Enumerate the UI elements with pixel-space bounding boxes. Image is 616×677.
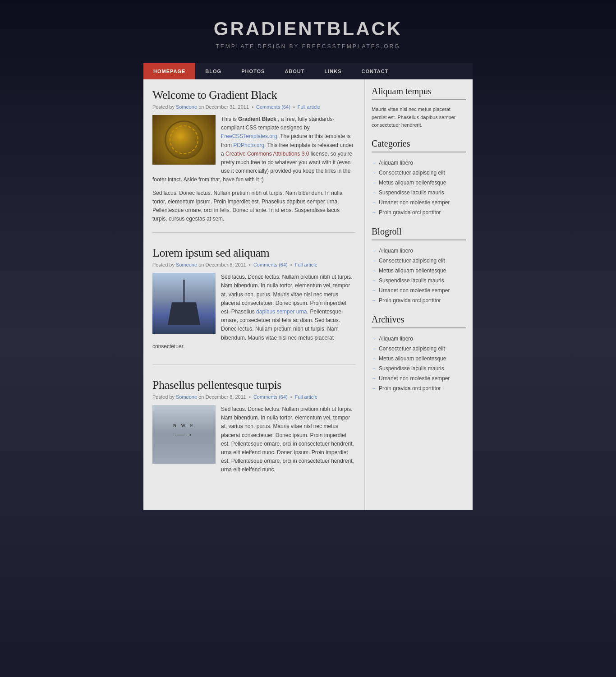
nav-item-blog[interactable]: BLOG bbox=[195, 63, 231, 79]
article-3: Phasellus pellentesque turpis Posted by … bbox=[152, 378, 355, 488]
site-title: GRADIENTBLACK bbox=[0, 18, 616, 40]
cat-link-1[interactable]: Aliquam libero bbox=[379, 160, 413, 166]
arch-link-1[interactable]: Aliquam libero bbox=[379, 336, 413, 342]
sidebar-archives: Archives Aliquam libero Consectetuer adi… bbox=[372, 314, 466, 393]
sidebar-aliquam-title: Aliquam tempus bbox=[372, 86, 466, 100]
arch-link-3[interactable]: Metus aliquam pellentesque bbox=[379, 355, 446, 362]
nav-item-photos[interactable]: PHOTOS bbox=[231, 63, 275, 79]
article-3-author[interactable]: Someone bbox=[176, 394, 197, 400]
article-2: Lorem ipsum sed aliquam Posted by Someon… bbox=[152, 246, 355, 365]
list-item[interactable]: Aliquam libero bbox=[372, 158, 466, 168]
list-item[interactable]: Consectetuer adipiscing elit bbox=[372, 168, 466, 178]
cat-link-3[interactable]: Metus aliquam pellenfesque bbox=[379, 180, 446, 186]
article-2-comments[interactable]: Comments (64) bbox=[253, 262, 288, 267]
blog-link-3[interactable]: Metus aliquam pellentesque bbox=[379, 267, 446, 274]
coin-image bbox=[152, 115, 216, 165]
list-item[interactable]: Metus aliquam pellentesque bbox=[372, 354, 466, 364]
article-3-body: Sed lacus. Donec lectus. Nullam pretium … bbox=[152, 405, 355, 474]
list-item[interactable]: Aliquam libero bbox=[372, 334, 466, 344]
sidebar-archives-list: Aliquam libero Consectetuer adipiscing e… bbox=[372, 334, 466, 393]
article-2-date: December 8, 2011 bbox=[205, 262, 246, 267]
article-3-meta: Posted by Someone on December 8, 2011 • … bbox=[152, 394, 355, 400]
vane-image bbox=[152, 405, 216, 464]
article-3-date: December 8, 2011 bbox=[205, 394, 246, 400]
cat-link-4[interactable]: Suspendisse iaculis mauris bbox=[379, 189, 444, 196]
article-2-body: Sed lacus. Donec lectus. Nullam pretium … bbox=[152, 273, 355, 351]
sidebar-blogroll-list: Aliquam libero Consectetuer adipiscing e… bbox=[372, 246, 466, 305]
blog-link-5[interactable]: Urnanet non molestie semper bbox=[379, 287, 450, 294]
sidebar-categories-title: Categories bbox=[372, 138, 466, 152]
sidebar-archives-title: Archives bbox=[372, 314, 466, 328]
arch-link-2[interactable]: Consectetuer adipiscing elit bbox=[379, 345, 445, 352]
ship-image bbox=[152, 273, 216, 334]
list-item[interactable]: Metus aliquam pellenfesque bbox=[372, 178, 466, 188]
article-1-image bbox=[152, 115, 216, 165]
nav-item-homepage[interactable]: HOMEPAGE bbox=[143, 63, 195, 79]
list-item[interactable]: Suspendisse iaculis mauris bbox=[372, 364, 466, 373]
cat-link-2[interactable]: Consectetuer adipiscing elit bbox=[379, 170, 445, 176]
nav-link-about[interactable]: ABOUT bbox=[275, 63, 314, 79]
blog-link-1[interactable]: Aliquam libero bbox=[379, 248, 413, 254]
sidebar-categories: Categories Aliquam libero Consectetuer a… bbox=[372, 138, 466, 217]
article-1-author[interactable]: Someone bbox=[176, 104, 197, 110]
blog-link-6[interactable]: Proin gravida orci porttitor bbox=[379, 297, 441, 304]
link-cc[interactable]: Creative Commons Attributions 3.0 bbox=[225, 151, 309, 157]
nav-link-photos[interactable]: PHOTOS bbox=[231, 63, 275, 79]
list-item[interactable]: Proin gravida orci porttitor bbox=[372, 383, 466, 393]
list-item[interactable]: Aliquam libero bbox=[372, 246, 466, 256]
sidebar-blogroll: Blogroll Aliquam libero Consectetuer adi… bbox=[372, 226, 466, 305]
list-item[interactable]: Proin gravida orci porttitor bbox=[372, 207, 466, 217]
list-item[interactable]: Suspendisse iaculis mauris bbox=[372, 188, 466, 198]
sidebar-aliquam-text: Mauris vitae nisl nec metus placerat per… bbox=[372, 106, 466, 129]
article-3-title: Phasellus pellentesque turpis bbox=[152, 378, 355, 392]
article-3-full-link[interactable]: Full article bbox=[295, 394, 317, 400]
list-item[interactable]: Urnanet non molestie semper bbox=[372, 198, 466, 207]
article-1-title: Welcome to Gradient Black bbox=[152, 88, 355, 102]
article-1-meta: Posted by Someone on December 31, 2011 •… bbox=[152, 104, 355, 110]
cat-link-6[interactable]: Proin gravida orci porttitor bbox=[379, 209, 441, 216]
site-subtitle: TEMPLATE DESIGN BY FREECSSTEMPLATES.ORG bbox=[0, 43, 616, 50]
nav-item-links[interactable]: LINKS bbox=[315, 63, 352, 79]
link-freecss[interactable]: FreeCSSTemplates.org bbox=[221, 133, 277, 139]
list-item[interactable]: Consectetuer adipiscing elit bbox=[372, 344, 466, 354]
article-3-comments[interactable]: Comments (64) bbox=[253, 394, 288, 400]
nav-item-contact[interactable]: CONTACT bbox=[352, 63, 399, 79]
nav-item-about[interactable]: ABOUT bbox=[275, 63, 314, 79]
arch-link-5[interactable]: Urnanet non molestie semper bbox=[379, 375, 450, 382]
article-2-author[interactable]: Someone bbox=[176, 262, 197, 267]
article-2-meta: Posted by Someone on December 8, 2011 • … bbox=[152, 262, 355, 267]
blog-link-2[interactable]: Consectetuer adipiscing elit bbox=[379, 258, 445, 264]
list-item[interactable]: Urnanet non molestie semper bbox=[372, 373, 466, 383]
article-1-extra: Sed lacus. Donec lectus. Nullam pretium … bbox=[152, 189, 355, 224]
article-2-full-link[interactable]: Full article bbox=[295, 262, 317, 267]
cat-link-5[interactable]: Urnanet non molestie semper bbox=[379, 199, 450, 206]
content-area: Welcome to Gradient Black Posted by Some… bbox=[143, 79, 364, 510]
nav-link-contact[interactable]: CONTACT bbox=[352, 63, 399, 79]
article-1-date: December 31, 2011 bbox=[205, 104, 249, 110]
sidebar-categories-list: Aliquam libero Consectetuer adipiscing e… bbox=[372, 158, 466, 217]
article-1-body: This is Gradient Black , a free, fully s… bbox=[152, 115, 355, 184]
sidebar-blogroll-title: Blogroll bbox=[372, 226, 466, 240]
article-1: Welcome to Gradient Black Posted by Some… bbox=[152, 88, 355, 233]
article-1-comments[interactable]: Comments (64) bbox=[256, 104, 290, 110]
link-pdphoto[interactable]: PDPhoto.org bbox=[233, 142, 264, 148]
article-3-image bbox=[152, 405, 216, 464]
article-1-full-link[interactable]: Full article bbox=[298, 104, 320, 110]
list-item[interactable]: Metus aliquam pellentesque bbox=[372, 266, 466, 276]
nav: HOMEPAGE BLOG PHOTOS ABOUT LINKS CONTACT bbox=[143, 63, 473, 79]
arch-link-6[interactable]: Proin gravida orci porttitor bbox=[379, 385, 441, 391]
sidebar-aliquam: Aliquam tempus Mauris vitae nisl nec met… bbox=[372, 86, 466, 129]
blog-link-4[interactable]: Suspendisse iaculis mauris bbox=[379, 277, 444, 284]
arch-link-4[interactable]: Suspendisse iaculis mauris bbox=[379, 365, 444, 372]
nav-link-links[interactable]: LINKS bbox=[315, 63, 352, 79]
nav-link-blog[interactable]: BLOG bbox=[195, 63, 231, 79]
list-item[interactable]: Suspendisse iaculis mauris bbox=[372, 276, 466, 286]
list-item[interactable]: Urnanet non molestie semper bbox=[372, 286, 466, 295]
list-item[interactable]: Proin gravida orci porttitor bbox=[372, 295, 466, 305]
list-item[interactable]: Consectetuer adipiscing elit bbox=[372, 256, 466, 266]
article-2-inline-link[interactable]: dapibus semper urna bbox=[256, 309, 307, 315]
nav-link-homepage[interactable]: HOMEPAGE bbox=[143, 63, 195, 79]
article-2-title: Lorem ipsum sed aliquam bbox=[152, 246, 355, 260]
brand-name: Gradient Black bbox=[238, 116, 276, 122]
article-2-image bbox=[152, 273, 216, 334]
